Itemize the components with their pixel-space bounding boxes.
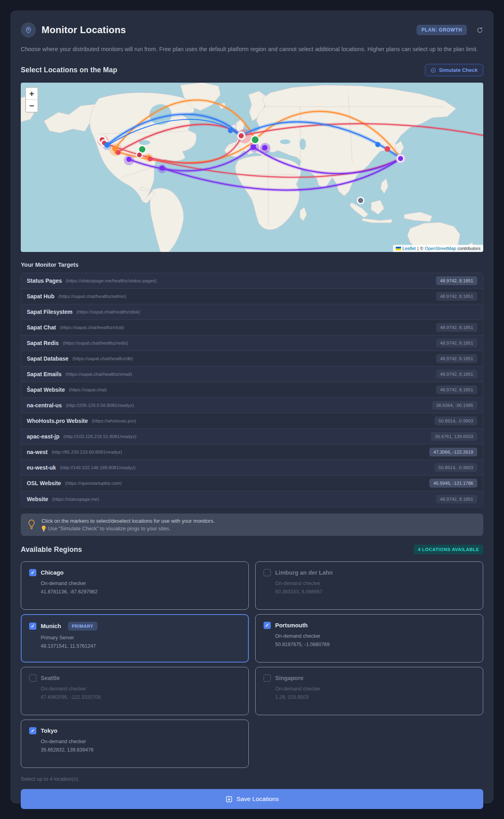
marker-blue-atlantic[interactable] <box>228 128 233 133</box>
marker-portsmouth[interactable] <box>237 131 246 140</box>
target-url: (https://sapat.chat/healthz/disk) <box>76 309 477 314</box>
selection-limit-note: Select up to 4 location(s). <box>21 776 483 782</box>
region-card[interactable]: ✓ Munich PRIMARY Primary Server 48.13715… <box>21 614 249 662</box>
ukraine-flag-icon <box>396 247 401 250</box>
marker-purple-eu-2[interactable] <box>262 145 268 151</box>
simulate-check-label: Simulate Check <box>439 67 478 73</box>
target-row: Sapat Hub (https://sapat.chat/healthz/ad… <box>21 289 483 304</box>
attribution-copyright: © <box>420 246 423 251</box>
region-type: On-demand checker <box>41 581 240 586</box>
simulate-check-button[interactable]: Simulate Check <box>425 64 483 76</box>
region-card[interactable]: Limburg an der Lahn On-demand checker 50… <box>255 561 483 610</box>
target-name: OSL Website <box>27 480 61 486</box>
marker-red-us[interactable] <box>116 150 121 155</box>
target-url: (https://sapat.chat/healthz/admin) <box>58 294 436 299</box>
region-card[interactable]: ✓ Portsmouth On-demand checker 50.819767… <box>255 614 483 662</box>
marker-purple-us-2[interactable] <box>160 166 165 171</box>
target-row: Sapat Chat (https://sapat.chat/healthz/c… <box>21 320 483 335</box>
marker-red-us-2[interactable] <box>148 157 153 161</box>
target-url: (https://whohosts.pro) <box>92 418 435 423</box>
header: Monitor Locations PLAN: GROWTH <box>21 22 483 38</box>
target-coordinates-badge: 48.9742, 8.1851 <box>436 292 477 301</box>
target-coordinates-badge: 50.8514, -0.9903 <box>435 416 477 425</box>
target-name: apac-east-jp <box>27 433 60 440</box>
zoom-out-button[interactable]: − <box>26 100 38 112</box>
region-card[interactable]: ✓ Tokyo On-demand checker 35.652832, 139… <box>21 720 249 768</box>
region-coordinates: 35.652832, 139.839478 <box>41 747 240 753</box>
marker-blue-asia[interactable] <box>375 142 381 147</box>
marker-purple-us-1[interactable] <box>127 157 132 162</box>
region-checkbox[interactable] <box>264 569 271 576</box>
save-locations-label: Save Locations <box>236 795 279 803</box>
page-title: Monitor Locations <box>42 24 411 36</box>
target-url: (https://sapat.chat/healthz/chat) <box>60 325 436 330</box>
attribution-separator: | <box>417 246 419 251</box>
save-locations-button[interactable]: Save Locations <box>21 789 483 809</box>
target-list: Status Pages (https://statuspage.me/heal… <box>21 273 483 507</box>
map-attribution: Leaflet | © OpenStreetMap contributors <box>393 245 483 252</box>
region-card[interactable]: Singapore On-demand checker 1.29, 103.85… <box>255 667 483 715</box>
play-circle-icon <box>431 67 436 73</box>
target-row: Šapat Website (https://sapat.chat) 48.97… <box>21 382 483 398</box>
marker-na-central[interactable] <box>136 152 143 159</box>
target-row: WhoHosts.pro Website (https://whohosts.p… <box>21 413 483 429</box>
region-checkbox[interactable]: ✓ <box>29 569 36 576</box>
target-name: eu-west-uk <box>27 464 56 471</box>
attribution-suffix: contributors <box>458 246 480 251</box>
target-coordinates-badge: 48.9742, 8.1851 <box>436 370 477 379</box>
region-type: On-demand checker <box>275 686 475 692</box>
openstreetmap-link[interactable]: OpenStreetMap <box>425 246 456 251</box>
marker-munich[interactable] <box>251 135 260 144</box>
target-name: Sapat Hub <box>27 293 54 299</box>
zoom-in-button[interactable]: + <box>26 88 38 100</box>
region-checkbox[interactable] <box>264 674 271 682</box>
target-coordinates-badge: 38.6364, -90.1985 <box>432 401 477 410</box>
target-coordinates-badge: 50.8514, -0.9903 <box>435 463 477 472</box>
lightbulb-icon <box>27 519 36 531</box>
plan-badge: PLAN: GROWTH <box>417 25 467 35</box>
region-checkbox[interactable] <box>29 674 36 682</box>
region-checkbox[interactable]: ✓ <box>29 623 36 630</box>
map-canvas <box>21 83 483 252</box>
map-section-title: Select Locations on the Map <box>21 66 117 74</box>
region-coordinates: 50.383333, 8.066667 <box>275 589 475 595</box>
target-name: WhoHosts.pro Website <box>27 418 88 424</box>
region-checkbox[interactable]: ✓ <box>264 622 271 629</box>
target-name: Status Pages <box>27 278 62 284</box>
target-name: Sapat Emails <box>27 371 62 377</box>
region-checkbox[interactable]: ✓ <box>29 727 36 734</box>
target-row: OSL Website (https://openstartuplist.com… <box>21 476 483 491</box>
target-row: Sapat Database (https://sapat.chat/healt… <box>21 351 483 367</box>
leaflet-link[interactable]: Leaflet <box>403 246 416 251</box>
target-name: Sapat Filesystem <box>27 309 72 315</box>
region-card[interactable]: ✓ Chicago On-demand checker 41.8781136, … <box>21 561 249 610</box>
location-pin-icon <box>21 22 36 38</box>
target-coordinates-badge: 35.6761, 139.6503 <box>431 432 477 441</box>
marker-na-west[interactable] <box>104 142 110 148</box>
region-coordinates: 47.6062095, -122.3320708 <box>41 694 240 700</box>
target-url: (https://statuspage.me/healthz/status-pa… <box>66 278 436 283</box>
primary-badge: PRIMARY <box>68 622 97 631</box>
target-name: Sapat Chat <box>27 324 56 331</box>
target-row: Sapat Redis (https://sapat.chat/healthz/… <box>21 335 483 351</box>
target-coordinates-badge: 48.9742, 8.1851 <box>436 354 477 363</box>
target-coordinates-badge: 47.3066, -122.2619 <box>429 448 477 456</box>
region-card[interactable]: Seattle On-demand checker 47.6062095, -1… <box>21 667 249 715</box>
target-row: Website (https://statuspage.me) 48.9742,… <box>21 491 483 507</box>
marker-red-asia[interactable] <box>385 146 390 152</box>
save-icon <box>225 795 233 803</box>
target-coordinates-badge: 48.9742, 8.1851 <box>436 385 477 394</box>
target-url: (http://85.239.233.60:8081/readyz) <box>52 450 429 454</box>
target-name: Sapat Redis <box>27 340 59 346</box>
refresh-icon[interactable] <box>476 27 483 34</box>
target-url: (http://149.102.146.185:8081/readyz) <box>60 465 435 470</box>
regions-heading: Available Regions <box>21 545 82 554</box>
marker-tokyo[interactable] <box>396 154 405 163</box>
marker-purple-eu-1[interactable] <box>251 145 256 150</box>
target-coordinates-badge: 45.5945, -121.1786 <box>429 479 477 488</box>
region-coordinates: 50.8197675, -1.0880769 <box>275 642 475 647</box>
region-name: Seattle <box>41 675 60 681</box>
marker-singapore[interactable] <box>357 197 365 204</box>
world-map[interactable]: + − Leaflet | © OpenStreetMap contributo… <box>21 83 483 252</box>
target-name: Šapat Website <box>27 387 65 393</box>
